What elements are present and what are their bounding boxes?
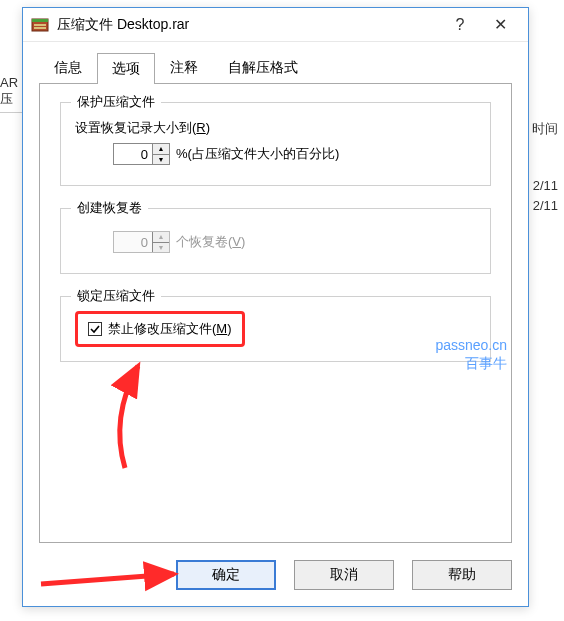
background-column-header: 时间 <box>532 120 558 138</box>
spinner-down-icon: ▼ <box>153 243 169 253</box>
spinner-down-icon[interactable]: ▼ <box>153 155 169 165</box>
cancel-button[interactable]: 取消 <box>294 560 394 590</box>
recovery-record-label: 设置恢复记录大小到(R) <box>75 119 476 137</box>
ok-button[interactable]: 确定 <box>176 560 276 590</box>
recovery-volumes-spinner: ▲ ▼ <box>113 231 170 253</box>
svg-rect-3 <box>34 27 46 29</box>
spinner-up-icon: ▲ <box>153 232 169 243</box>
recovery-volumes-fieldset: 创建恢复卷 ▲ ▼ 个恢复卷(V) <box>60 208 491 274</box>
recovery-volumes-input <box>114 232 152 252</box>
dialog-title: 压缩文件 Desktop.rar <box>57 16 440 34</box>
spinner-up-icon[interactable]: ▲ <box>153 144 169 155</box>
annotation-highlight-box: 禁止修改压缩文件(M) <box>75 311 245 347</box>
recovery-record-suffix: %(占压缩文件大小的百分比) <box>176 145 339 163</box>
dialog-body: 信息 选项 注释 自解压格式 保护压缩文件 设置恢复记录大小到(R) ▲ ▼ <box>23 42 528 546</box>
checkmark-icon <box>90 324 100 334</box>
help-dialog-button[interactable]: 帮助 <box>412 560 512 590</box>
titlebar: 压缩文件 Desktop.rar ? ✕ <box>23 8 528 42</box>
lock-archive-checkbox-row[interactable]: 禁止修改压缩文件(M) <box>88 320 232 338</box>
winrar-icon <box>31 16 49 34</box>
lock-archive-label: 禁止修改压缩文件(M) <box>108 320 232 338</box>
lock-archive-checkbox[interactable] <box>88 322 102 336</box>
protect-legend: 保护压缩文件 <box>71 93 161 111</box>
tab-info[interactable]: 信息 <box>39 52 97 83</box>
recovery-record-input[interactable] <box>114 144 152 164</box>
background-text-fragment: AR 压 <box>0 75 22 113</box>
background-date-1: 2/11 <box>533 178 558 193</box>
help-button[interactable]: ? <box>440 11 480 39</box>
protect-archive-fieldset: 保护压缩文件 设置恢复记录大小到(R) ▲ ▼ %(占压缩文件大小的百分比) <box>60 102 491 186</box>
tab-options[interactable]: 选项 <box>97 53 155 84</box>
recovery-volumes-legend: 创建恢复卷 <box>71 199 148 217</box>
close-button[interactable]: ✕ <box>480 11 520 39</box>
recovery-volumes-suffix: 个恢复卷(V) <box>176 233 245 251</box>
tab-comment[interactable]: 注释 <box>155 52 213 83</box>
recovery-record-spinner[interactable]: ▲ ▼ <box>113 143 170 165</box>
svg-rect-1 <box>32 19 48 22</box>
svg-rect-2 <box>34 24 46 26</box>
lock-legend: 锁定压缩文件 <box>71 287 161 305</box>
tab-bar: 信息 选项 注释 自解压格式 <box>39 52 512 83</box>
options-panel: 保护压缩文件 设置恢复记录大小到(R) ▲ ▼ %(占压缩文件大小的百分比) <box>39 83 512 543</box>
lock-archive-fieldset: 锁定压缩文件 禁止修改压缩文件(M) <box>60 296 491 362</box>
archive-properties-dialog: 压缩文件 Desktop.rar ? ✕ 信息 选项 注释 自解压格式 保护压缩… <box>22 7 529 607</box>
tab-sfx[interactable]: 自解压格式 <box>213 52 313 83</box>
dialog-buttons: 确定 取消 帮助 <box>23 546 528 606</box>
background-date-2: 2/11 <box>533 198 558 213</box>
